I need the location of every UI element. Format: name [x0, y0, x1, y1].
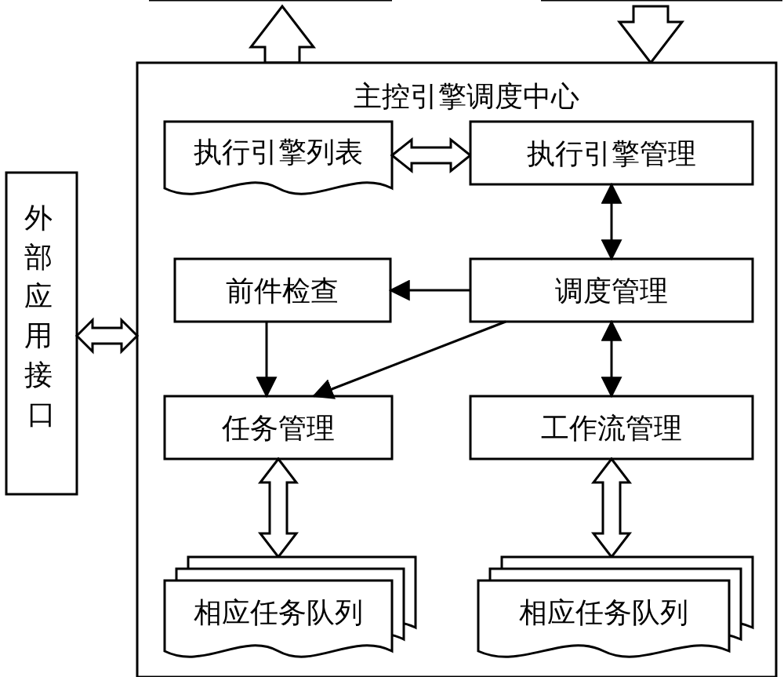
task-queue-right-label: 相应任务队列	[519, 597, 688, 628]
task-mgmt-label: 任务管理	[221, 413, 335, 444]
schedule-mgmt-label: 调度管理	[555, 275, 668, 307]
precondition-check-label: 前件检查	[226, 275, 339, 307]
arrow-external-main	[77, 320, 137, 351]
task-queue-right-stack: 相应任务队列	[478, 557, 753, 657]
arrow-down-hollow	[619, 6, 682, 63]
exec-engine-list-label: 执行引擎列表	[194, 136, 363, 168]
workflow-mgmt-label: 工作流管理	[541, 413, 682, 444]
task-queue-left-stack: 相应任务队列	[165, 557, 416, 657]
task-queue-left-label: 相应任务队列	[194, 597, 363, 628]
title-text: 主控引擎调度中心	[354, 81, 579, 112]
arrow-up-hollow	[251, 6, 314, 63]
exec-engine-list-box: 执行引擎列表	[165, 122, 392, 194]
exec-engine-mgmt-label: 执行引擎管理	[527, 138, 696, 169]
